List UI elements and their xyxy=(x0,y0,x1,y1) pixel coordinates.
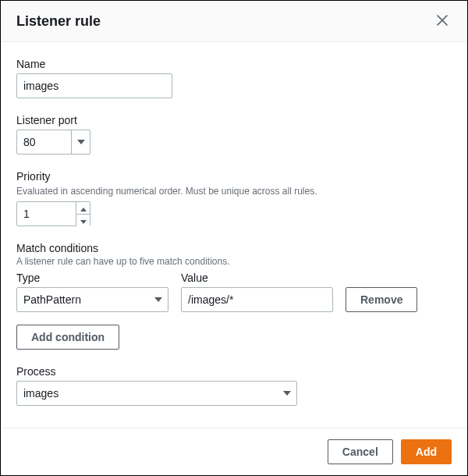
condition-type-label: Type xyxy=(16,272,168,284)
dialog-header: Listener rule xyxy=(1,1,467,42)
cancel-button[interactable]: Cancel xyxy=(328,439,393,464)
condition-remove-col: Remove xyxy=(346,287,417,312)
listener-port-field: Listener port 80 xyxy=(16,114,452,155)
process-select[interactable]: images xyxy=(16,381,297,406)
priority-step-down[interactable] xyxy=(76,215,90,226)
priority-step-up[interactable] xyxy=(76,202,90,215)
close-button[interactable] xyxy=(433,12,452,30)
close-icon xyxy=(437,15,448,28)
listener-port-select[interactable]: 80 xyxy=(16,130,90,155)
process-field: Process images xyxy=(16,365,452,406)
priority-field: Priority Evaluated in ascending numerica… xyxy=(16,170,452,226)
add-button[interactable]: Add xyxy=(401,439,452,464)
process-value: images xyxy=(17,382,296,405)
remove-condition-button[interactable]: Remove xyxy=(346,287,417,312)
condition-value-input[interactable] xyxy=(181,287,333,312)
priority-input-wrap xyxy=(16,201,90,226)
add-condition-button[interactable]: Add condition xyxy=(16,325,119,350)
name-field: Name xyxy=(16,58,452,98)
priority-input[interactable] xyxy=(17,202,73,226)
priority-description: Evaluated in ascending numerical order. … xyxy=(16,186,452,197)
match-condition-row: Type PathPattern Value Remove xyxy=(16,272,452,312)
dialog-footer: Cancel Add xyxy=(1,428,467,475)
condition-value-col: Value xyxy=(181,272,333,312)
priority-label: Priority xyxy=(16,170,452,183)
name-input[interactable] xyxy=(16,73,172,98)
name-label: Name xyxy=(16,58,452,70)
add-condition-wrap: Add condition xyxy=(16,325,452,350)
caret-down-icon xyxy=(80,215,87,226)
process-label: Process xyxy=(16,365,452,378)
condition-type-select[interactable]: PathPattern xyxy=(16,287,168,312)
condition-type-value: PathPattern xyxy=(17,288,168,311)
match-conditions-title: Match conditions xyxy=(16,242,452,254)
condition-value-label: Value xyxy=(181,272,333,284)
match-conditions-section: Match conditions A listener rule can hav… xyxy=(16,242,452,350)
listener-rule-dialog: Listener rule Name Listener port 80 Prio… xyxy=(1,1,467,475)
condition-type-col: Type PathPattern xyxy=(16,272,168,312)
caret-up-icon xyxy=(80,202,87,214)
listener-port-value: 80 xyxy=(17,130,90,154)
listener-port-label: Listener port xyxy=(16,114,452,126)
match-conditions-description: A listener rule can have up to five matc… xyxy=(16,256,452,267)
dialog-title: Listener rule xyxy=(16,13,101,30)
priority-spinners xyxy=(76,202,90,226)
dialog-body: Name Listener port 80 Priority Evaluated… xyxy=(1,42,467,428)
